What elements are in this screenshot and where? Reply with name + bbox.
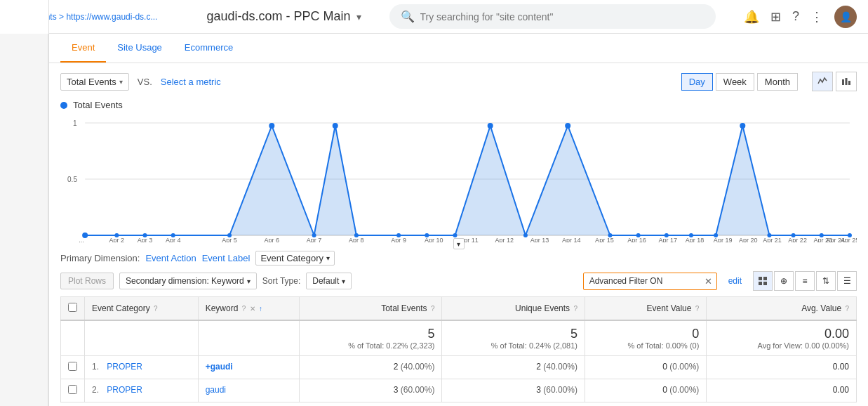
time-btn-month[interactable]: Month <box>757 73 798 91</box>
totals-keyword-cell <box>198 320 299 356</box>
vs-label: VS. <box>138 77 152 87</box>
row2-avg-value: 0.00 <box>833 385 849 395</box>
dim-event-label[interactable]: Event Label <box>202 253 251 263</box>
header-total-events[interactable]: Total Events ? <box>299 297 442 321</box>
totals-unique-events-cell: 5 % of Total: 0.24% (2,081) <box>442 320 585 356</box>
add-col-btn[interactable]: ⊕ <box>774 271 794 291</box>
metric-select[interactable]: Total Events ▾ <box>60 73 129 91</box>
row2-checkbox[interactable] <box>68 385 77 394</box>
col-btn-2[interactable]: ⇅ <box>816 271 836 291</box>
keyword-sort-icon[interactable]: ↑ <box>259 305 262 313</box>
totals-avg-value-sub: Avg for View: 0.00 (0.00%) <box>714 341 849 350</box>
col-btn-3[interactable]: ☰ <box>837 271 857 291</box>
row1-unique-events: 2 <box>536 362 541 372</box>
row1-event-value-pct: (0.00%) <box>669 362 699 372</box>
header-event-value[interactable]: Event Value ? <box>585 297 707 321</box>
svg-point-21 <box>333 123 338 129</box>
header-event-value-label: Event Value <box>647 303 692 313</box>
row1-num: 1. <box>92 362 99 372</box>
header-event-category-label: Event Category <box>92 303 150 313</box>
dim-event-action[interactable]: Event Action <box>145 253 196 263</box>
bar-chart-btn[interactable] <box>836 72 857 91</box>
svg-text:Apr 20: Apr 20 <box>739 237 758 242</box>
legend-label: Total Events <box>73 100 123 110</box>
metric-label: Total Events <box>67 77 116 87</box>
tab-site-usage[interactable]: Site Usage <box>106 34 173 63</box>
row1-avg-value-cell: 0.00 <box>707 356 857 379</box>
tab-event[interactable]: Event <box>60 34 106 63</box>
more-icon[interactable]: ⋮ <box>810 9 823 25</box>
col-btn-1[interactable]: ≡ <box>795 271 815 291</box>
row1-keyword[interactable]: +gaudi <box>206 362 233 372</box>
sort-type-select[interactable]: Default ▾ <box>306 273 352 289</box>
filter-input[interactable] <box>584 273 700 289</box>
event-value-help-icon[interactable]: ? <box>695 305 700 313</box>
svg-point-19 <box>269 123 274 129</box>
totals-avg-value-value: 0.00 <box>714 327 849 341</box>
chart-area: 1 0.5 <box>60 116 857 242</box>
line-chart-btn[interactable] <box>812 72 833 91</box>
keyword-remove-icon[interactable]: ✕ <box>250 305 255 313</box>
app-title: gaudi-ds.com - PPC Main <box>206 9 350 24</box>
search-bar[interactable]: 🔍 <box>389 4 716 29</box>
row2-total-events-cell: 3 (60.00%) <box>299 379 442 402</box>
row2-num: 2. <box>92 385 99 395</box>
total-events-help-icon[interactable]: ? <box>431 305 435 313</box>
event-category-help-icon[interactable]: ? <box>154 305 158 313</box>
svg-marker-11 <box>455 126 525 235</box>
svg-rect-0 <box>842 79 844 85</box>
top-nav: All accounts > https://www.gaudi-ds.c...… <box>0 0 868 34</box>
row2-category[interactable]: PROPER <box>107 385 142 395</box>
row1-total-events-cell: 2 (40.00%) <box>299 356 442 379</box>
time-btn-week[interactable]: Week <box>716 73 754 91</box>
secondary-dim-select[interactable]: Secondary dimension: Keyword ▾ <box>119 273 257 289</box>
row2-event-value-pct: (0.00%) <box>669 385 699 395</box>
svg-marker-12 <box>526 126 610 235</box>
row1-checkbox[interactable] <box>68 362 77 371</box>
table-toolbar: Plot Rows Secondary dimension: Keyword ▾… <box>60 271 857 291</box>
svg-text:Apr 17: Apr 17 <box>659 237 678 242</box>
avg-value-help-icon[interactable]: ? <box>845 305 849 313</box>
svg-point-28 <box>565 123 570 129</box>
unique-events-help-icon[interactable]: ? <box>573 305 577 313</box>
tab-ecommerce[interactable]: Ecommerce <box>173 34 244 63</box>
primary-dim-label: Primary Dimension: <box>60 253 140 263</box>
avatar[interactable]: 👤 <box>834 6 857 28</box>
plot-rows-button[interactable]: Plot Rows <box>60 273 114 289</box>
help-icon[interactable]: ? <box>792 9 799 24</box>
header-unique-events[interactable]: Unique Events ? <box>442 297 585 321</box>
time-btn-day[interactable]: Day <box>681 73 713 91</box>
header-event-category[interactable]: Event Category ? <box>85 297 199 321</box>
apps-icon[interactable]: ⊞ <box>770 9 781 25</box>
select-all-checkbox[interactable] <box>68 303 77 312</box>
row1-checkbox-cell <box>61 356 85 379</box>
dim-dropdown-arrow: ▾ <box>326 254 330 262</box>
row1-unique-events-cell: 2 (40.00%) <box>442 356 585 379</box>
row1-avg-value: 0.00 <box>833 362 849 372</box>
svg-text:Apr 12: Apr 12 <box>495 237 514 242</box>
search-input[interactable] <box>420 11 705 22</box>
row1-total-events: 2 <box>394 362 399 372</box>
svg-text:Apr 8: Apr 8 <box>349 237 364 242</box>
filter-clear-btn[interactable]: ✕ <box>700 273 716 289</box>
select-metric-link[interactable]: Select a metric <box>161 77 221 87</box>
chart-tooltip-toggle[interactable]: ▾ <box>453 238 465 249</box>
sidebar <box>0 34 49 406</box>
time-controls: Day Week Month <box>681 73 798 91</box>
svg-point-25 <box>453 233 457 237</box>
chart-section: Total Events ▾ VS. Select a metric Day W… <box>49 63 868 251</box>
svg-point-26 <box>488 123 493 129</box>
svg-marker-10 <box>314 126 356 235</box>
header-avg-value[interactable]: Avg. Value ? <box>707 297 857 321</box>
notifications-icon[interactable]: 🔔 <box>744 9 759 25</box>
row1-category[interactable]: PROPER <box>107 362 142 372</box>
app-dropdown-arrow[interactable]: ▾ <box>356 11 361 22</box>
row2-checkbox-cell <box>61 379 85 402</box>
metric-dropdown-arrow: ▾ <box>119 78 123 86</box>
row2-keyword[interactable]: gaudi <box>206 385 226 395</box>
grid-view-btn[interactable] <box>753 271 773 291</box>
header-keyword[interactable]: Keyword ? ✕ ↑ <box>198 297 299 321</box>
filter-edit-btn[interactable]: edit <box>723 273 747 289</box>
dim-event-category[interactable]: Event Category ▾ <box>255 251 335 266</box>
keyword-help-icon[interactable]: ? <box>242 305 246 313</box>
